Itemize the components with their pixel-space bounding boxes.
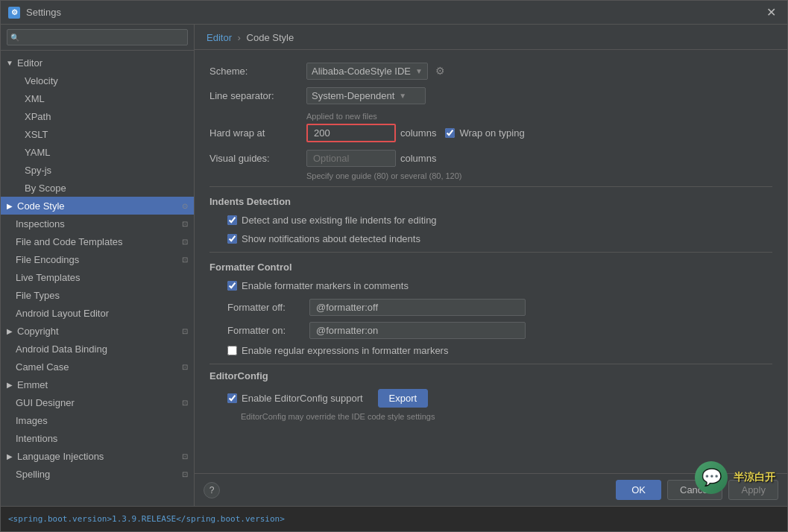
sidebar-item-xslt[interactable]: XSLT: [1, 125, 194, 143]
sidebar-item-gui-designer[interactable]: GUI Designer ⊡: [1, 393, 194, 411]
separator: [209, 364, 772, 364]
editorconfig-enable-row: Enable EditorConfig support Export: [209, 389, 772, 408]
sidebar-item-by-scope[interactable]: By Scope: [1, 179, 194, 197]
settings-panel: Scheme: Alibaba-CodeStyle IDE ▼ ⚙ Line s…: [195, 50, 787, 473]
settings-icon: ⊡: [182, 363, 188, 371]
sidebar-item-intentions[interactable]: Intentions: [1, 429, 194, 447]
ok-button[interactable]: OK: [616, 480, 661, 500]
app-icon: ⚙: [8, 7, 20, 19]
formatter-on-label: Formatter on:: [227, 325, 309, 336]
sidebar-item-label: Spy-js: [25, 165, 188, 176]
scheme-label: Scheme:: [209, 66, 306, 77]
sidebar-item-label: XML: [25, 93, 188, 104]
line-separator-value: System-Dependent: [312, 90, 394, 101]
title-bar: ⚙ Settings ✕: [1, 1, 787, 25]
sidebar-item-label: Inspections: [16, 218, 179, 229]
sidebar-item-label: Images: [16, 415, 188, 426]
notify-indents-label[interactable]: Show notifications about detected indent…: [227, 233, 420, 244]
expand-icon: ▶: [4, 200, 16, 212]
settings-icon: ⊡: [182, 452, 188, 460]
sidebar-item-label: File Types: [16, 290, 188, 301]
formatter-regex-row: Enable regular expressions in formatter …: [209, 345, 772, 356]
sidebar-item-xml[interactable]: XML: [1, 89, 194, 107]
sidebar-item-label: Android Layout Editor: [16, 308, 188, 319]
formatter-on-input[interactable]: [309, 322, 526, 339]
detect-indents-label[interactable]: Detect and use existing file indents for…: [227, 215, 437, 226]
hard-wrap-input[interactable]: [306, 124, 396, 142]
formatter-regex-checkbox[interactable]: [227, 346, 237, 355]
sidebar-item-spelling[interactable]: Spelling ⊡: [1, 465, 194, 483]
wechat-avatar: 💬: [695, 461, 728, 494]
sidebar-item-label: XSLT: [25, 129, 188, 140]
sidebar-item-editor[interactable]: ▼ Editor: [1, 54, 194, 72]
line-separator-dropdown[interactable]: System-Dependent ▼: [306, 87, 426, 104]
formatter-enable-label[interactable]: Enable formatter markers in comments: [227, 280, 409, 291]
line-separator-row: Line separator: System-Dependent ▼: [209, 87, 772, 104]
formatter-on-row: Formatter on:: [227, 322, 772, 339]
sidebar-item-velocity[interactable]: Velocity: [1, 72, 194, 89]
editorconfig-enable-label[interactable]: Enable EditorConfig support: [227, 393, 363, 404]
breadcrumb-current: Code Style: [247, 32, 294, 43]
export-button[interactable]: Export: [378, 389, 429, 408]
sidebar-item-label: GUI Designer: [16, 397, 179, 408]
sidebar-item-live-templates[interactable]: Live Templates: [1, 268, 194, 286]
sidebar-item-android-layout[interactable]: Android Layout Editor: [1, 304, 194, 322]
sidebar-item-spy-js[interactable]: Spy-js: [1, 161, 194, 179]
settings-icon: ⊡: [182, 399, 188, 407]
formatter-section-title: Formatter Control: [209, 262, 772, 273]
sidebar-item-file-encodings[interactable]: File Encodings ⊡: [1, 250, 194, 268]
sidebar-item-copyright[interactable]: ▶ Copyright ⊡: [1, 322, 194, 340]
sidebar-item-camel-case[interactable]: Camel Case ⊡: [1, 358, 194, 376]
sidebar-item-inspections[interactable]: Inspections ⊡: [1, 215, 194, 232]
bottom-code-text: <spring.boot.version>1.3.9.RELEASE</spri…: [8, 514, 285, 524]
copy-icon: ⊙: [182, 202, 188, 210]
sidebar-item-file-types[interactable]: File Types: [1, 286, 194, 304]
sidebar-item-label: Live Templates: [16, 272, 188, 283]
sidebar-item-language-injections[interactable]: ▶ Language Injections ⊡: [1, 447, 194, 465]
hard-wrap-unit: columns: [400, 127, 436, 139]
sidebar-item-xpath[interactable]: XPath: [1, 107, 194, 125]
sidebar-item-emmet[interactable]: ▶ Emmet: [1, 376, 194, 393]
formatter-enable-checkbox[interactable]: [227, 281, 237, 291]
settings-window: ⚙ Settings ✕ ▼ Editor Velocity: [0, 0, 788, 532]
notify-indents-row: Show notifications about detected indent…: [209, 233, 772, 244]
visual-guides-input[interactable]: [306, 150, 396, 167]
editorconfig-enable-checkbox[interactable]: [227, 393, 237, 403]
sidebar-item-yaml[interactable]: YAML: [1, 143, 194, 161]
wechat-overlay: 💬 半涼白开: [695, 461, 775, 494]
notify-indents-checkbox[interactable]: [227, 234, 237, 244]
visual-guides-hint: Specify one guide (80) or several (80, 1…: [306, 171, 772, 180]
help-button[interactable]: ?: [204, 482, 220, 498]
wrap-on-typing-checkbox[interactable]: [445, 128, 455, 138]
search-box: [1, 25, 194, 51]
sidebar-item-label: File and Code Templates: [16, 236, 179, 247]
sidebar-item-label: File Encodings: [16, 254, 179, 265]
wrap-on-typing-label[interactable]: Wrap on typing: [445, 127, 524, 139]
breadcrumb-parent[interactable]: Editor: [207, 32, 232, 43]
indents-section-title: Indents Detection: [209, 196, 772, 207]
sidebar-item-images[interactable]: Images: [1, 411, 194, 429]
applied-note: Applied to new files: [209, 112, 772, 121]
scheme-dropdown[interactable]: Alibaba-CodeStyle IDE ▼: [306, 63, 428, 80]
sidebar-item-label: Emmet: [17, 379, 188, 390]
hard-wrap-label: Hard wrap at: [209, 127, 306, 139]
scheme-gear-button[interactable]: ⚙: [432, 62, 448, 80]
formatter-off-input[interactable]: [309, 299, 526, 316]
sidebar-item-label: Camel Case: [16, 361, 179, 373]
sidebar-item-label: Android Data Binding: [16, 343, 188, 355]
detect-indents-checkbox[interactable]: [227, 215, 237, 225]
formatter-regex-label[interactable]: Enable regular expressions in formatter …: [227, 345, 448, 356]
sidebar-item-android-data[interactable]: Android Data Binding: [1, 340, 194, 358]
visual-guides-unit: columns: [400, 153, 436, 164]
detect-indents-row: Detect and use existing file indents for…: [209, 215, 772, 226]
dropdown-arrow: ▼: [415, 67, 423, 75]
sidebar-item-code-style[interactable]: ▶ Code Style ⊙: [1, 197, 194, 215]
editorconfig-note: EditorConfig may override the IDE code s…: [241, 412, 772, 421]
sidebar-item-label: By Scope: [25, 183, 188, 194]
sidebar-item-file-code-templates[interactable]: File and Code Templates ⊡: [1, 232, 194, 250]
sidebar-item-label: YAML: [25, 147, 188, 158]
sidebar: ▼ Editor Velocity XML XPath XSLT YAML: [1, 25, 195, 506]
sidebar-tree: ▼ Editor Velocity XML XPath XSLT YAML: [1, 51, 194, 506]
close-button[interactable]: ✕: [762, 4, 780, 22]
search-input[interactable]: [7, 29, 188, 45]
